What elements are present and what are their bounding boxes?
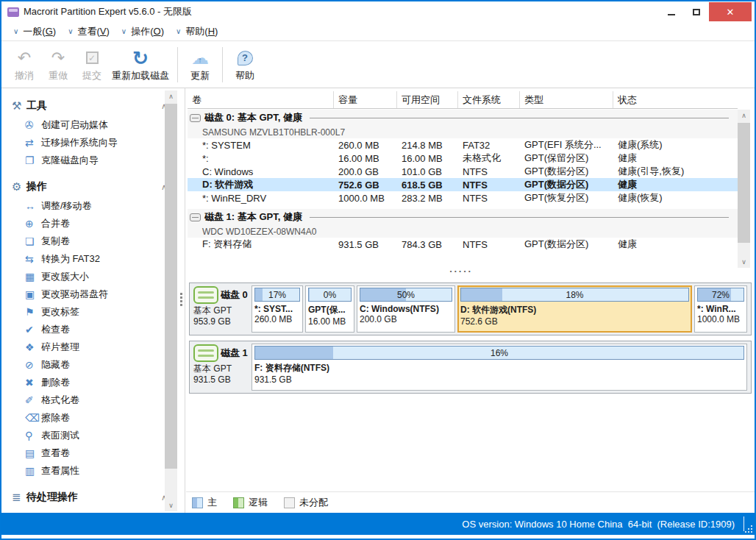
minimize-button[interactable] [659,2,684,21]
legend-bar: 主 逻辑 未分配 [186,491,755,513]
sidebar-item[interactable]: ✐格式化卷 [1,391,185,409]
partition-block[interactable]: 50%C: Windows(NTFS)200.0 GB [357,285,455,333]
column-header-filesystem[interactable]: 文件系统 [458,91,520,108]
type-cell: GPT(数据分区) [520,178,613,191]
scroll-down-icon[interactable]: ∨ [165,500,177,511]
usage-percent: 16% [255,347,743,359]
sidebar-item[interactable]: ⇄迁移操作系统向导 [1,134,185,152]
disk-label: 磁盘 0 [221,288,248,302]
volume-cell: *: [188,152,334,165]
sidebar-item[interactable]: ⌫擦除卷 [1,409,185,427]
drive-letter-icon: ▣ [25,288,41,300]
usage-bar: 16% [254,346,744,360]
close-icon: ✕ [727,7,735,18]
disk-info: 磁盘 0基本 GPT953.9 GB [190,283,250,335]
defrag-icon: ❖ [25,341,41,353]
sidebar-splitter-handle[interactable] [179,291,183,308]
resize-grip[interactable] [745,525,752,533]
sidebar-item[interactable]: ✇创建可启动媒体 [1,116,185,134]
sidebar-section-header-2[interactable]: ≣待处理操作∧ [1,487,185,508]
sidebar-item-label: 删除卷 [41,376,70,389]
sidebar-item[interactable]: ↔调整/移动卷 [1,197,185,215]
convert-icon: ⇆ [25,253,41,265]
wipe-icon: ⌫ [25,412,41,424]
disk-map-panel: 磁盘 0基本 GPT953.9 GB17%*: SYST...260.0 MB0… [189,283,752,399]
scroll-down-icon[interactable]: ∨ [738,256,750,268]
menu-view[interactable]: ∨ 查看(V) [63,25,117,38]
partition-block[interactable]: 18%D: 软件游戏(NTFS)752.6 GB [457,285,692,333]
filesystem-cell: 未格式化 [458,152,520,165]
sidebar-item[interactable]: ✖删除卷 [1,374,185,391]
commit-button[interactable]: ✓ 提交 [75,44,109,85]
reload-disks-button[interactable]: ↻ 重新加载磁盘 [109,44,172,85]
column-header-capacity[interactable]: 容量 [334,91,397,108]
sidebar-section-header-1[interactable]: ⚙操作∧ [1,177,185,197]
capacity-cell: 260.0 MB [334,138,397,152]
update-cloud-icon: ☁↑ [190,49,210,68]
partition-size: 1000.0 MB [697,314,744,324]
table-scrollbar[interactable]: ∧ ∨ [738,110,750,268]
column-header-type[interactable]: 类型 [520,91,613,108]
panel-splitter-handle[interactable]: ····· [186,268,736,275]
sidebar-item-label: 检查卷 [41,323,70,336]
partition-block[interactable]: 16%F: 资料存储(NTFS)931.5 GB [252,344,747,391]
sidebar-item[interactable]: ❏复制卷 [1,232,185,250]
table-row[interactable]: *:16.00 MB16.00 MB未格式化GPT(保留分区)健康 [188,152,738,165]
usage-percent: 18% [461,288,688,301]
scroll-up-icon[interactable]: ∧ [738,110,750,121]
table-row[interactable]: F: 资料存储931.5 GB784.3 GBNTFSGPT(数据分区)健康 [188,238,738,251]
redo-button[interactable]: ↷ 重做 [41,44,75,85]
partition-block[interactable]: 0%GPT(保...16.00 MB [305,285,354,333]
sidebar-item[interactable]: ⚑更改标签 [1,303,185,321]
chevron-down-icon: ∨ [13,27,18,35]
table-row[interactable]: C: Windows200.0 GB101.0 GBNTFSGPT(数据分区)健… [188,165,738,178]
free-space-cell: 784.3 GB [397,238,458,251]
sidebar-item-label: 格式化卷 [41,394,79,407]
partition-name: C: Windows(NTFS) [360,304,452,314]
column-header-free-space[interactable]: 可用空间 [397,91,458,108]
sidebar-item[interactable]: ⊕合并卷 [1,215,185,232]
partition-block[interactable]: 17%*: SYST...260.0 MB [252,285,303,333]
sidebar-item[interactable]: ▣更改驱动器盘符 [1,285,185,303]
sidebar-section-title: 待处理操作 [26,491,161,504]
capacity-cell: 1000.0 MB [334,191,397,205]
partition-block[interactable]: 72%*: WinR...1000.0 MB [694,285,747,333]
app-icon [7,7,19,17]
sidebar-section-header-0[interactable]: ⚒工具∧ [1,96,185,116]
resize-move-icon: ↔ [25,200,41,212]
sidebar-scrollbar-thumb[interactable] [165,104,177,469]
partition-name: D: 软件游戏(NTFS) [460,304,689,316]
sidebar-scrollbar[interactable]: ∧ ∨ [165,90,177,511]
maximize-icon [693,9,700,15]
sidebar-item[interactable]: ▥查看属性 [1,462,185,480]
menu-operations[interactable]: ∨ 操作(O) [117,25,171,38]
menu-general[interactable]: ∨ 一般(G) [9,25,63,38]
column-header-volume[interactable]: 卷 [188,91,334,108]
undo-button[interactable]: ↶ 撤消 [7,44,41,85]
partition-blocks: 16%F: 资料存储(NTFS)931.5 GB [250,341,751,393]
column-header-status[interactable]: 状态 [613,91,738,108]
disk-group-header[interactable]: 磁盘 1: 基本 GPT, 健康 [188,209,738,225]
close-button[interactable]: ✕ [709,2,752,21]
sidebar-item[interactable]: ⇆转换为 FAT32 [1,250,185,268]
disk-band: 磁盘 1基本 GPT931.5 GB16%F: 资料存储(NTFS)931.5 … [189,341,752,394]
table-scrollbar-thumb[interactable] [738,123,750,243]
copy-volume-icon: ❏ [25,235,41,247]
sidebar-item[interactable]: ❐克隆磁盘向导 [1,152,185,169]
sidebar-item[interactable]: ▦更改簇大小 [1,268,185,285]
menu-help[interactable]: ∨ 帮助(H) [171,25,225,38]
help-button[interactable]: ? 帮助 [228,44,262,85]
sidebar-item[interactable]: ⊘隐藏卷 [1,356,185,374]
sidebar-item[interactable]: ▤查看卷 [1,444,185,462]
sidebar-item[interactable]: ❖碎片整理 [1,338,185,356]
table-row[interactable]: D: 软件游戏752.6 GB618.5 GBNTFSGPT(数据分区)健康 [188,178,738,191]
scroll-up-icon[interactable]: ∧ [165,90,177,102]
sidebar-item[interactable]: ⚲表面测试 [1,427,185,444]
disk-info: 磁盘 1基本 GPT931.5 GB [190,341,250,393]
table-row[interactable]: *: SYSTEM260.0 MB214.8 MBFAT32GPT(EFI 系统… [188,138,738,152]
update-button[interactable]: ☁↑ 更新 [183,44,217,85]
disk-group-header[interactable]: 磁盘 0: 基本 GPT, 健康 [188,110,738,126]
table-row[interactable]: *: WinRE_DRV1000.0 MB283.2 MBNTFSGPT(恢复分… [188,191,738,205]
sidebar-item[interactable]: ✔检查卷 [1,321,185,338]
maximize-button[interactable] [684,2,709,21]
